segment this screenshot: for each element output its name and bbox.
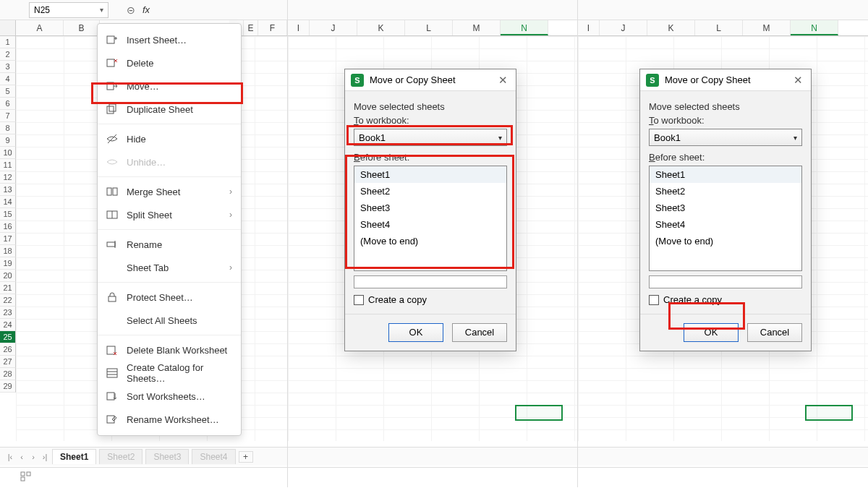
row-header[interactable]: 2 [0,48,16,61]
create-copy-checkbox[interactable] [354,295,364,305]
name-box[interactable]: N25 ▾ [29,2,109,18]
row-header[interactable]: 26 [0,343,16,356]
row-header[interactable]: 24 [0,319,16,331]
menu-hide[interactable]: Hide [98,127,241,150]
menu-split-sheet[interactable]: Split Sheet › [98,203,241,226]
list-item[interactable]: Sheet1 [354,166,506,183]
chevron-down-icon[interactable]: ▾ [100,6,103,14]
row-header[interactable]: 21 [0,282,16,294]
row-header[interactable]: 12 [0,171,16,184]
row-header[interactable]: 10 [0,147,16,159]
menu-duplicate-sheet[interactable]: Duplicate Sheet [98,98,241,121]
row-header-selected[interactable]: 25 [0,331,16,343]
list-item[interactable]: (Move to end) [354,233,506,249]
selected-cell[interactable] [805,405,853,421]
sheet-tab[interactable]: Sheet2 [99,449,142,464]
tab-nav-prev[interactable]: ‹ [16,453,27,461]
dialog-titlebar[interactable]: S Move or Copy Sheet ✕ [345,69,516,91]
column-header[interactable]: M [743,20,791,35]
row-header[interactable]: 11 [0,159,16,171]
column-header[interactable]: L [695,20,743,35]
name-field[interactable] [354,275,507,288]
column-header[interactable]: B [64,20,100,35]
list-item[interactable]: Sheet4 [650,216,801,233]
create-copy-row[interactable]: Create a copy [354,294,507,305]
column-header[interactable]: I [288,20,310,35]
row-header[interactable]: 1 [0,36,16,48]
row-header[interactable]: 9 [0,134,16,147]
list-item[interactable]: (Move to end) [650,233,801,249]
menu-protect-sheet[interactable]: Protect Sheet… [98,286,241,309]
row-header[interactable]: 4 [0,73,16,85]
cancel-button[interactable]: Cancel [747,323,802,342]
chevron-down-icon[interactable]: ▾ [498,134,502,142]
select-all-corner[interactable] [0,20,16,35]
row-header[interactable]: 3 [0,61,16,73]
add-sheet-button[interactable]: + [239,451,253,463]
list-item[interactable]: Sheet2 [650,183,801,200]
row-header[interactable]: 13 [0,184,16,196]
list-item[interactable]: Sheet4 [354,216,506,233]
close-icon[interactable]: ✕ [495,74,510,87]
row-header[interactable]: 5 [0,85,16,98]
row-header[interactable]: 6 [0,98,16,110]
tab-nav-last[interactable]: ›| [39,453,51,461]
ok-button[interactable]: OK [388,323,443,342]
fx-label[interactable]: fx [142,4,150,15]
tab-nav-first[interactable]: |‹ [4,453,16,461]
menu-sheet-tab[interactable]: Sheet Tab › [98,256,241,279]
selected-cell[interactable] [515,405,563,421]
row-header[interactable]: 15 [0,208,16,221]
row-header[interactable]: 18 [0,245,16,257]
column-header[interactable]: M [453,20,501,35]
menu-select-all-sheets[interactable]: Select All Sheets [98,309,241,332]
column-header[interactable]: L [405,20,453,35]
workbook-combobox[interactable]: Book1 ▾ [354,129,507,146]
column-header[interactable]: J [310,20,357,35]
menu-create-catalog[interactable]: Create Catalog for Sheets… [98,361,241,385]
sheet-tab[interactable]: Sheet3 [145,449,189,464]
menu-move[interactable]: Move… [98,74,241,98]
row-header[interactable]: 16 [0,221,16,233]
column-header[interactable]: E [244,20,258,35]
list-item[interactable]: Sheet2 [354,183,506,200]
name-field[interactable] [649,275,802,288]
chevron-down-icon[interactable]: ▾ [793,134,797,142]
regions-icon[interactable] [20,471,32,485]
list-item[interactable]: Sheet3 [650,200,801,216]
column-header[interactable]: J [600,20,647,35]
row-header[interactable]: 19 [0,257,16,270]
menu-insert-sheet[interactable]: Insert Sheet… [98,28,241,51]
create-copy-row[interactable]: Create a copy [649,294,802,305]
row-header[interactable]: 23 [0,307,16,319]
column-header[interactable]: A [16,20,64,35]
create-copy-checkbox[interactable] [649,295,659,305]
column-header[interactable]: K [647,20,695,35]
sheet-listbox[interactable]: Sheet1 Sheet2 Sheet3 Sheet4 (Move to end… [354,166,507,271]
row-header[interactable]: 20 [0,270,16,282]
sheet-tab[interactable]: Sheet4 [192,449,235,464]
cancel-button[interactable]: Cancel [452,323,507,342]
column-header[interactable]: I [578,20,600,35]
menu-sort-worksheets[interactable]: Sort Worksheets… [98,385,241,408]
zoom-icon[interactable]: ⊝ [127,4,135,16]
column-header-active[interactable]: N [791,20,838,35]
row-header[interactable]: 22 [0,294,16,307]
sheet-tab-active[interactable]: Sheet1 [52,449,96,464]
column-header[interactable]: K [357,20,405,35]
menu-delete[interactable]: Delete [98,51,241,74]
tab-nav-next[interactable]: › [27,453,39,461]
row-header[interactable]: 28 [0,368,16,380]
menu-merge-sheet[interactable]: Merge Sheet › [98,180,241,203]
menu-rename[interactable]: Rename [98,233,241,256]
list-item[interactable]: Sheet1 [650,166,801,183]
row-header[interactable]: 14 [0,196,16,208]
menu-delete-blank-worksheet[interactable]: Delete Blank Worksheet [98,338,241,361]
row-header[interactable]: 8 [0,122,16,134]
row-header[interactable]: 27 [0,356,16,368]
ok-button[interactable]: OK [684,323,739,342]
close-icon[interactable]: ✕ [791,74,805,87]
list-item[interactable]: Sheet3 [354,200,506,216]
row-header[interactable]: 7 [0,110,16,122]
column-header[interactable]: F [258,20,287,35]
